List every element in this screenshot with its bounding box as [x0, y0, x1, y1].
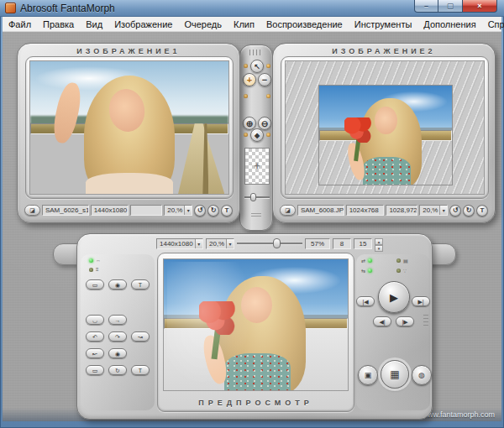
- image2-text-tool-button[interactable]: T: [476, 205, 488, 217]
- window-title: Abrosoft FantaMorph: [20, 3, 115, 14]
- led-row: ↔: [89, 258, 101, 263]
- slider-thumb[interactable]: [250, 193, 256, 201]
- led-icon: ∵: [403, 268, 407, 274]
- image1-zoom-select[interactable]: 20,% ▾: [164, 205, 192, 216]
- website-link[interactable]: www.fantamorph.com: [422, 410, 495, 419]
- play-button[interactable]: ▶: [378, 281, 410, 313]
- add-dot-button[interactable]: +: [243, 73, 256, 86]
- minimize-icon: –: [424, 2, 428, 10]
- resolution-value: 1440x1080: [160, 240, 193, 248]
- step-back-button[interactable]: ◀|: [373, 316, 391, 326]
- drawer-handle-icon[interactable]: [251, 213, 261, 218]
- move-dot-left-button[interactable]: ↶: [86, 331, 104, 342]
- maximize-button[interactable]: ▢: [438, 0, 462, 13]
- image2-size-field: 1024x768: [346, 205, 385, 216]
- delete-dot-button[interactable]: −: [258, 73, 271, 86]
- preview-photo[interactable]: [163, 258, 349, 391]
- frames-spinner[interactable]: ▴ ▾: [375, 238, 383, 249]
- menu-item-sequence[interactable]: Очередь: [178, 19, 228, 29]
- snapshot-button[interactable]: ▣: [358, 365, 378, 385]
- transparency-navigator[interactable]: +: [244, 148, 270, 185]
- current-frame-field[interactable]: 8: [333, 238, 351, 249]
- total-frames-field[interactable]: 15: [354, 238, 372, 249]
- step-forward-icon: |▶: [402, 319, 407, 325]
- skip-to-start-button[interactable]: |◀: [356, 296, 375, 306]
- menu-item-clip[interactable]: Клип: [228, 19, 260, 29]
- spinner-down-icon[interactable]: ▾: [375, 245, 383, 252]
- next-dot-button[interactable]: →: [108, 315, 127, 325]
- highlight-dot-button[interactable]: ◉: [108, 348, 127, 358]
- flatten-button[interactable]: ▭: [86, 365, 104, 375]
- remote-slider[interactable]: [244, 193, 270, 201]
- morph-position-slider[interactable]: [237, 238, 302, 248]
- tool-icon: ◉: [115, 351, 120, 357]
- move-dot-both-button[interactable]: ↝: [131, 331, 150, 342]
- preview-zoom-select[interactable]: 20,% ▾: [206, 238, 234, 249]
- skip-to-end-button[interactable]: ▶|: [412, 296, 430, 306]
- image1-rotate-left-button[interactable]: ↺: [194, 205, 206, 217]
- preview-resolution-select[interactable]: 1440x1080 ▾: [156, 238, 203, 249]
- led-row: ▤: [396, 258, 408, 264]
- image2-zoom-select[interactable]: 20,% ▾: [419, 205, 448, 216]
- tool-button-row: ↜ ◉: [86, 348, 127, 358]
- menu-item-edit[interactable]: Правка: [37, 19, 80, 29]
- image1-screen-bezel: [25, 56, 234, 199]
- show-dots-button[interactable]: ▭: [86, 279, 104, 290]
- hand-tool-button[interactable]: ◍: [412, 365, 432, 385]
- app-icon: [5, 3, 16, 13]
- led-indicator: [89, 268, 93, 272]
- slider-thumb[interactable]: [273, 238, 281, 248]
- image1-photo[interactable]: [29, 60, 229, 195]
- image2-source-button[interactable]: ◪: [280, 205, 296, 216]
- cursor-tool-button[interactable]: ↖: [250, 60, 264, 73]
- image1-source-button[interactable]: ◪: [24, 205, 40, 216]
- show-preview-dot-button[interactable]: ◉: [108, 279, 127, 290]
- menu-item-file[interactable]: Файл: [3, 19, 37, 29]
- movie-icon: ▦: [390, 368, 399, 380]
- image2-photo[interactable]: [285, 60, 485, 195]
- minimize-button[interactable]: –: [414, 0, 438, 13]
- close-button[interactable]: ×: [462, 0, 497, 13]
- tool-icon: →: [115, 317, 121, 323]
- image2-rotate-left-button[interactable]: ↺: [449, 205, 461, 217]
- zoom-out-button[interactable]: ⊖: [258, 117, 271, 130]
- image2-rotate-right-button[interactable]: ↻: [463, 205, 475, 217]
- rotate-left-icon: ↺: [197, 207, 203, 214]
- menu-item-image[interactable]: Изображение: [108, 19, 178, 29]
- preview-title: ПРЕДПРОСМОТР: [158, 399, 354, 407]
- reset-button[interactable]: ↻: [108, 365, 127, 375]
- tool-icon: ↜: [92, 351, 97, 357]
- curve-tool-button[interactable]: ◡: [86, 315, 104, 325]
- export-movie-button[interactable]: ▦: [381, 360, 409, 389]
- tool-icon: ↻: [115, 368, 120, 373]
- rotate-right-icon: ↻: [211, 207, 217, 214]
- menu-item-addons[interactable]: Дополнения: [417, 19, 481, 29]
- swap-dots-button[interactable]: ↜: [86, 348, 104, 358]
- menu-item-tools[interactable]: Инструменты: [349, 19, 418, 29]
- menu-item-view[interactable]: Вид: [80, 19, 108, 29]
- pan-tool-button[interactable]: ◆: [250, 128, 264, 142]
- play-icon: ▶: [390, 291, 398, 304]
- tool-icon: T: [139, 282, 142, 288]
- rotate-left-icon: ↺: [453, 207, 459, 214]
- blend-percent-field: 57%: [305, 238, 330, 249]
- image1-text-tool-button[interactable]: T: [221, 205, 233, 217]
- text-overlay-button[interactable]: T: [131, 365, 150, 375]
- preview-panel: 1440x1080 ▾ 20,% ▾ 57% 8 15 ▴ ▾: [76, 233, 433, 420]
- image1-statusbar: ◪ SAM_6026_s1.j 1440x1080 20,% ▾ ↺ ↻ T: [24, 203, 233, 217]
- workspace: ↖ + − ⊕ ⊖ ◆ + ИЗОБРАЖЕНИЕ1: [3, 32, 501, 421]
- menu-item-help[interactable]: Справка: [482, 19, 504, 29]
- rotate-right-icon: ↻: [466, 207, 472, 214]
- menu-item-playback[interactable]: Воспроизведение: [260, 19, 349, 29]
- camera-icon: ▣: [365, 371, 372, 379]
- title-bar[interactable]: Abrosoft FantaMorph – ▢ ×: [0, 0, 504, 17]
- slider-track: [237, 243, 302, 244]
- spinner-up-icon[interactable]: ▴: [375, 238, 383, 245]
- led-icon: ↔: [96, 258, 101, 263]
- led-icon: ⇆: [361, 268, 365, 274]
- pan-icon: ◆: [255, 132, 260, 139]
- move-dot-right-button[interactable]: ↷: [108, 331, 127, 342]
- image1-rotate-right-button[interactable]: ↻: [207, 205, 219, 217]
- step-forward-button[interactable]: |▶: [396, 316, 414, 326]
- show-labels-button[interactable]: T: [131, 279, 150, 290]
